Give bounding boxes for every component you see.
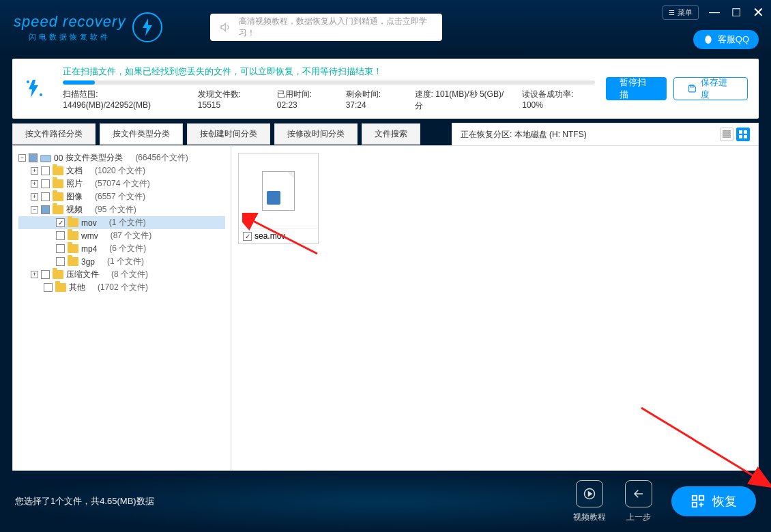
thumbnail-view-button[interactable] (736, 128, 750, 141)
scan-progress-bar (63, 80, 595, 85)
drive-icon (40, 153, 51, 163)
scan-status-bar: 正在扫描文件，如果已经找到您丢失的文件，可以立即恢复，不用等待扫描结束！ 扫描范… (12, 59, 759, 119)
file-name: sea.mov (254, 231, 285, 241)
tree-node-3gp[interactable]: 3gp (1 个文件) (18, 255, 225, 268)
save-progress-button[interactable]: 保存进度 (673, 77, 748, 100)
folder-icon (53, 192, 63, 201)
svg-point-1 (27, 80, 29, 83)
file-preview-icon (239, 153, 318, 228)
tree-node-photo[interactable]: + 照片 (57074 个文件) (18, 177, 225, 190)
folder-icon (68, 218, 78, 227)
maximize-button[interactable]: ☐ (730, 6, 742, 19)
svg-rect-6 (739, 135, 742, 138)
main-panel: − 00 按文件类型分类 (66456个文件) + 文档 (1020 个文件) … (12, 145, 759, 475)
checkbox[interactable] (29, 153, 38, 162)
file-thumbnail[interactable]: sea.mov (238, 153, 319, 244)
tab-by-type[interactable]: 按文件类型分类 (100, 123, 183, 145)
app-name: speed recovery (14, 13, 126, 31)
svg-rect-10 (693, 496, 697, 500)
checkbox[interactable] (41, 205, 50, 214)
tab-by-modify-time[interactable]: 按修改时间分类 (274, 123, 358, 145)
app-subtitle: 闪电数据恢复软件 (14, 32, 126, 42)
recover-button[interactable]: 恢复 (671, 486, 756, 516)
customer-service-button[interactable]: 客服QQ (693, 30, 759, 49)
svg-rect-8 (40, 156, 51, 162)
checkbox[interactable] (56, 231, 65, 240)
video-tutorial-button[interactable]: 视频教程 (573, 480, 606, 523)
minimize-button[interactable]: — (708, 6, 721, 18)
thumbnail-pane: sea.mov (231, 146, 758, 475)
tutorial-text: 高清视频教程，数据恢复从入门到精通，点击立即学习！ (239, 16, 433, 39)
back-button[interactable]: 上一步 (625, 480, 652, 523)
tree-node-other[interactable]: 其他 (1702 个文件) (18, 281, 225, 294)
recover-icon (690, 494, 705, 509)
checkbox[interactable] (41, 179, 50, 188)
pause-scan-button[interactable]: 暂停扫描 (606, 77, 667, 100)
tab-by-path[interactable]: 按文件路径分类 (12, 123, 96, 145)
svg-rect-11 (699, 496, 703, 500)
speaker-icon (220, 21, 231, 33)
tree-node-doc[interactable]: + 文档 (1020 个文件) (18, 164, 225, 177)
scan-stats: 扫描范围: 14496(MB)/242952(MB) 发现文件数: 15515 … (63, 89, 595, 112)
folder-icon (68, 231, 78, 240)
tree-node-wmv[interactable]: wmv (87 个文件) (18, 229, 225, 242)
tree-node-video[interactable]: − 视频 (95 个文件) (18, 203, 225, 216)
tree-node-image[interactable]: + 图像 (6557 个文件) (18, 190, 225, 203)
expand-icon[interactable]: + (31, 167, 38, 175)
checkbox[interactable] (41, 166, 50, 175)
close-button[interactable]: ✕ (752, 4, 764, 20)
tab-by-create-time[interactable]: 按创建时间分类 (187, 123, 270, 145)
tree-node-mov[interactable]: mov (1 个文件) (18, 216, 225, 229)
folder-icon (53, 270, 63, 279)
scan-icon (23, 77, 52, 100)
collapse-icon[interactable]: − (18, 154, 26, 162)
folder-icon (53, 179, 63, 188)
svg-point-2 (40, 93, 42, 96)
tab-file-search[interactable]: 文件搜索 (362, 123, 420, 145)
expand-icon[interactable]: + (31, 193, 38, 201)
svg-rect-7 (744, 135, 747, 138)
tree-root[interactable]: − 00 按文件类型分类 (66456个文件) (18, 151, 225, 164)
footer-bar: 您选择了1个文件，共4.65(MB)数据 视频教程 上一步 恢复 (0, 471, 771, 532)
app-logo: speed recovery 闪电数据恢复软件 (14, 12, 162, 42)
save-icon (688, 84, 697, 93)
expand-icon[interactable]: + (31, 180, 38, 188)
folder-icon (68, 244, 78, 253)
play-icon (576, 480, 603, 507)
checkbox[interactable] (56, 257, 65, 266)
partition-info: 正在恢复分区: 本地磁盘 (H: NTFS) (452, 123, 759, 145)
svg-rect-5 (744, 130, 747, 134)
checkbox[interactable] (56, 218, 65, 227)
svg-rect-3 (690, 85, 693, 87)
svg-rect-12 (693, 503, 697, 507)
title-bar: speed recovery 闪电数据恢复软件 高清视频教程，数据恢复从入门到精… (0, 0, 771, 55)
window-controls: ☰菜单 — ☐ ✕ (663, 4, 764, 20)
checkbox[interactable] (41, 192, 50, 201)
folder-icon (68, 257, 78, 266)
menu-button[interactable]: ☰菜单 (663, 5, 699, 20)
selection-status: 您选择了1个文件，共4.65(MB)数据 (15, 495, 154, 507)
expand-icon[interactable]: + (31, 271, 38, 278)
folder-icon (53, 166, 63, 175)
svg-point-0 (705, 35, 711, 44)
collapse-icon[interactable]: − (31, 206, 38, 213)
checkbox[interactable] (44, 283, 53, 292)
folder-icon (55, 283, 66, 292)
lightning-icon (132, 12, 162, 42)
scan-hint: 正在扫描文件，如果已经找到您丢失的文件，可以立即恢复，不用等待扫描结束！ (63, 65, 595, 78)
svg-rect-4 (739, 130, 742, 134)
list-view-button[interactable] (720, 128, 733, 141)
qq-icon (703, 34, 714, 45)
classification-tabs: 按文件路径分类 按文件类型分类 按创建时间分类 按修改时间分类 文件搜索 正在恢… (12, 123, 759, 145)
folder-icon (53, 205, 63, 214)
tree-node-mp4[interactable]: mp4 (6 个文件) (18, 242, 225, 255)
file-checkbox[interactable] (243, 232, 252, 241)
file-tree[interactable]: − 00 按文件类型分类 (66456个文件) + 文档 (1020 个文件) … (13, 146, 231, 475)
checkbox[interactable] (41, 270, 50, 279)
tutorial-banner[interactable]: 高清视频教程，数据恢复从入门到精通，点击立即学习！ (210, 14, 442, 41)
checkbox[interactable] (56, 244, 65, 253)
back-icon (625, 480, 652, 507)
tree-node-archive[interactable]: + 压缩文件 (8 个文件) (18, 268, 225, 281)
